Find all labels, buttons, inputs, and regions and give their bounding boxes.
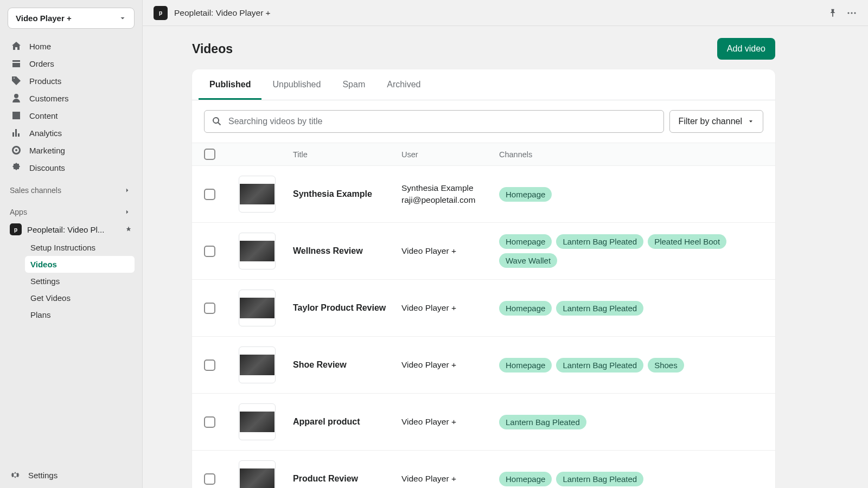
video-thumbnail[interactable]	[239, 290, 276, 326]
sidebar: Video Player + Home Orders Products Cust…	[0, 0, 143, 488]
subnav-setup[interactable]: Setup Instructions	[25, 239, 135, 256]
table-row[interactable]: Synthesia Example Synthesia Exampleraji@…	[192, 166, 775, 223]
section-sales-channels[interactable]: Sales channels	[8, 176, 135, 198]
nav-products[interactable]: Products	[8, 72, 135, 89]
app-subnav: Setup Instructions Videos Settings Get V…	[8, 239, 135, 323]
video-thumbnail[interactable]	[239, 346, 276, 383]
search-icon	[212, 116, 222, 127]
tab-archived[interactable]: Archived	[376, 69, 431, 100]
subnav-plans[interactable]: Plans	[25, 306, 135, 323]
nav-marketing[interactable]: Marketing	[8, 142, 135, 159]
row-checkbox[interactable]	[204, 359, 215, 371]
app-peopletail[interactable]: p Peopletail: Video Pl...	[8, 220, 135, 239]
section-label: Apps	[10, 208, 27, 216]
channel-chip: Homepage	[499, 234, 552, 249]
table-row[interactable]: Taylor Product Review Video Player + Hom…	[192, 280, 775, 337]
nav-label: Customers	[29, 94, 69, 103]
video-user: Video Player +	[401, 416, 499, 428]
video-user: Video Player +	[401, 473, 499, 485]
col-channels: Channels	[499, 150, 763, 159]
video-channels: HomepageLantern Bag PleatedPleated Heel …	[499, 234, 763, 268]
tab-unpublished[interactable]: Unpublished	[261, 69, 331, 100]
page-header: Videos Add video	[192, 38, 775, 60]
video-channels: Lantern Bag Pleated	[499, 415, 763, 429]
pin-icon[interactable]	[125, 226, 132, 233]
select-all-checkbox[interactable]	[204, 149, 215, 160]
nav-discounts[interactable]: Discounts	[8, 159, 135, 176]
channel-chip: Lantern Bag Pleated	[556, 234, 643, 249]
table-body: Synthesia Example Synthesia Exampleraji@…	[192, 166, 775, 488]
section-apps[interactable]: Apps	[8, 198, 135, 220]
tab-published[interactable]: Published	[199, 69, 261, 100]
subnav-videos[interactable]: Videos	[25, 256, 135, 273]
svg-point-1	[851, 12, 852, 14]
main: p Peopletail: Video Player + Videos Add …	[143, 0, 868, 488]
channel-chip: Lantern Bag Pleated	[556, 472, 643, 486]
tab-spam[interactable]: Spam	[331, 69, 376, 100]
channel-chip: Homepage	[499, 472, 552, 486]
page-title: Videos	[192, 42, 233, 56]
svg-point-0	[847, 12, 849, 14]
row-checkbox[interactable]	[204, 246, 215, 257]
video-user: Synthesia Exampleraji@peopletail.com	[401, 182, 499, 206]
nav-label: Orders	[29, 59, 54, 68]
sidebar-settings[interactable]: Settings	[8, 462, 135, 488]
row-checkbox[interactable]	[204, 416, 215, 428]
video-thumbnail[interactable]	[239, 403, 276, 440]
video-channels: HomepageLantern Bag Pleated	[499, 301, 763, 316]
content-icon	[11, 110, 22, 121]
channel-chip: Homepage	[499, 187, 552, 202]
row-checkbox[interactable]	[204, 473, 215, 485]
nav-customers[interactable]: Customers	[8, 89, 135, 107]
channel-chip: Homepage	[499, 358, 552, 373]
channel-chip: Wave Wallet	[499, 253, 557, 268]
video-channels: Homepage	[499, 187, 763, 202]
row-checkbox[interactable]	[204, 189, 215, 200]
primary-nav: Home Orders Products Customers Content A…	[8, 37, 135, 176]
video-channels: HomepageLantern Bag PleatedShoes	[499, 358, 763, 373]
row-checkbox[interactable]	[204, 303, 215, 314]
section-label: Sales channels	[10, 186, 61, 195]
nav-label: Marketing	[29, 146, 65, 155]
video-thumbnail[interactable]	[239, 176, 276, 213]
table-row[interactable]: Product Review Video Player + HomepageLa…	[192, 451, 775, 488]
subnav-settings[interactable]: Settings	[25, 273, 135, 290]
settings-label: Settings	[28, 471, 58, 480]
video-channels: HomepageLantern Bag Pleated	[499, 472, 763, 486]
nav-content[interactable]: Content	[8, 107, 135, 124]
chevron-down-icon	[119, 15, 126, 22]
channel-chip: Lantern Bag Pleated	[556, 358, 643, 373]
filter-channel-button[interactable]: Filter by channel	[669, 110, 763, 133]
channel-chip: Shoes	[648, 358, 684, 373]
nav-orders[interactable]: Orders	[8, 55, 135, 72]
video-thumbnail[interactable]	[239, 233, 276, 269]
tabs: Published Unpublished Spam Archived	[192, 69, 775, 100]
orders-icon	[11, 58, 22, 69]
video-title: Taylor Product Review	[293, 302, 401, 314]
videos-card: Published Unpublished Spam Archived Filt…	[192, 69, 775, 488]
discount-icon	[11, 162, 22, 173]
table-row[interactable]: Wellness Review Video Player + HomepageL…	[192, 223, 775, 280]
topbar-title: Peopletail: Video Player +	[174, 8, 271, 18]
store-switcher-label: Video Player +	[16, 14, 72, 23]
store-switcher[interactable]: Video Player +	[8, 8, 135, 29]
nav-label: Home	[29, 42, 51, 51]
table-row[interactable]: Shoe Review Video Player + HomepageLante…	[192, 337, 775, 394]
video-title: Apparel product	[293, 416, 401, 428]
add-video-button[interactable]: Add video	[717, 38, 775, 60]
gear-icon	[10, 470, 21, 480]
app-label: Peopletail: Video Pl...	[27, 225, 104, 234]
nav-home[interactable]: Home	[8, 37, 135, 55]
marketing-icon	[11, 145, 22, 156]
table-row[interactable]: Apparel product Video Player + Lantern B…	[192, 394, 775, 451]
search-input[interactable]	[204, 110, 664, 133]
col-title: Title	[293, 150, 401, 159]
more-icon[interactable]	[846, 8, 857, 18]
channel-chip: Pleated Heel Boot	[648, 234, 726, 249]
nav-analytics[interactable]: Analytics	[8, 124, 135, 142]
subnav-get-videos[interactable]: Get Videos	[25, 290, 135, 306]
analytics-icon	[11, 127, 22, 138]
pin-icon[interactable]	[828, 8, 838, 18]
video-thumbnail[interactable]	[239, 460, 276, 488]
video-user: Video Player +	[401, 359, 499, 371]
